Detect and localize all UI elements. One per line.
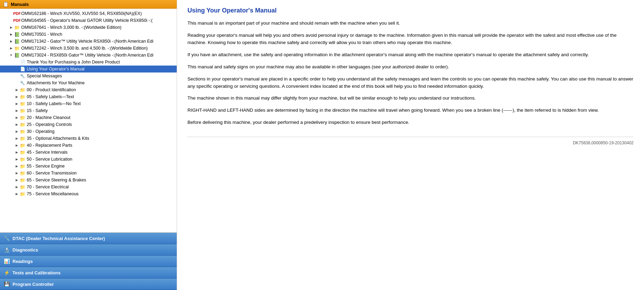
tree-item-special-messages[interactable]: 🔧Special Messages [0, 72, 177, 79]
tree-item-10-safety-labels[interactable]: ▶📁10 - Safety Labels—No Text [0, 100, 177, 107]
nav-icon-tests-calibrations: ⚡ [3, 270, 10, 276]
tree-item-40-replacement-parts[interactable]: ▶📁40 - Replacement Parts [0, 142, 177, 149]
tree-item-60-service-transmission[interactable]: ▶📁60 - Service Transmission [0, 170, 177, 177]
nav-label-diagnostics: Diagnostics [12, 247, 38, 253]
tree-item-label: 75 - Service Miscellaneous [27, 191, 78, 196]
expander-05-safety-labels-text[interactable]: ▶ [14, 94, 19, 100]
content-paragraph-1: Reading your operator's manual will help… [187, 32, 634, 46]
content-paragraph-5: The machine shown in this manual may dif… [187, 95, 634, 102]
tree-item-omm173024[interactable]: ▼📗OMM173024 - RSX850i Gator™ Utility Veh… [0, 52, 177, 59]
right-panel[interactable]: Using Your Operator's Manual This manual… [177, 0, 644, 290]
expander-60-service-transmission[interactable]: ▶ [14, 170, 19, 176]
tree-item-label: 55 - Service Engine [27, 164, 65, 169]
bottom-nav-item-tests-calibrations[interactable]: ⚡Tests and Calibrations [0, 267, 177, 279]
expander-75-service-miscellaneous[interactable]: ▶ [14, 191, 19, 197]
tree-item-label: 35 - Optional Attachments & Kits [27, 136, 89, 141]
content-footer: DK75838,0000850-19-20130402 [187, 137, 634, 145]
book-icon: 📗 [14, 53, 20, 58]
content-title: Using Your Operator's Manual [187, 7, 634, 14]
nav-label-dtac: DTAC (Dealer Technical Assistance Center… [12, 236, 105, 241]
book-icon: 📗 [14, 32, 20, 37]
expander-omm167641[interactable]: ▶ [8, 25, 14, 30]
tree-item-35-optional-attachments[interactable]: ▶📁35 - Optional Attachments & Kits [0, 135, 177, 142]
tree-item-label: Using Your Operator's Manual [27, 67, 84, 71]
tree-item-using-manual[interactable]: 📄Using Your Operator's Manual [0, 66, 177, 72]
expander-70-service-electrical[interactable]: ▶ [14, 184, 19, 190]
tree-item-omm164565[interactable]: PDFOMM164565 - Operator's Manual GATOR U… [0, 17, 177, 24]
tree-item-thank-you[interactable]: 📄Thank You for Purchasing a John Deere P… [0, 59, 177, 66]
tree-item-45-service-intervals[interactable]: ▶📁45 - Service Intervals [0, 149, 177, 156]
tree-item-70-service-electrical[interactable]: ▶📁70 - Service Electrical [0, 184, 177, 190]
content-paragraph-0: This manual is an important part of your… [187, 20, 634, 27]
content-paragraph-3: This manual and safety signs on your mac… [187, 63, 634, 71]
expander-25-operating-controls[interactable]: ▶ [14, 122, 19, 127]
tree-item-label: Attachments for Your Machine [27, 80, 85, 85]
expander-55-service-engine[interactable]: ▶ [14, 163, 19, 169]
bottom-nav-item-readings[interactable]: 📊Readings [0, 256, 177, 267]
bottom-nav-item-dtac[interactable]: 🔧DTAC (Dealer Technical Assistance Cente… [0, 233, 177, 244]
tree-item-75-service-miscellaneous[interactable]: ▶📁75 - Service Miscellaneous [0, 190, 177, 197]
nav-icon-program-controller: 💾 [3, 281, 10, 287]
folder-icon: 📁 [19, 185, 26, 189]
tree-item-label: 20 - Machine Cleanout [27, 115, 70, 120]
expander-special-messages[interactable] [14, 73, 19, 79]
tree-item-05-safety-labels-text[interactable]: ▶📁05 - Safety Labels—Text [0, 93, 177, 100]
expander-20-machine-cleanout[interactable]: ▶ [14, 115, 19, 120]
tree-item-label: OMM172242 - Winch 3,500 lb. and 4,500 lb… [21, 46, 148, 51]
expander-attachments[interactable] [14, 80, 19, 86]
expander-omm172242[interactable]: ▶ [8, 45, 14, 51]
tree-item-omm170501[interactable]: ▶📗OMM170501 - Winch [0, 31, 177, 38]
bottom-nav-item-diagnostics[interactable]: 🔬Diagnostics [0, 244, 177, 256]
expander-using-manual[interactable] [14, 66, 19, 72]
pdf-icon: PDF [14, 18, 20, 23]
expander-30-operating[interactable]: ▶ [14, 129, 19, 134]
tree-item-50-service-lubrication[interactable]: ▶📁50 - Service Lubrication [0, 156, 177, 163]
folder-icon: 📁 [19, 136, 26, 141]
main-layout: 📋 Manuals PDFOMM162186 - Winch XUV550, X… [0, 0, 644, 290]
tree-item-omm172242[interactable]: ▶📁OMM172242 - Winch 3,500 lb. and 4,500 … [0, 45, 177, 52]
folder-icon: 📁 [19, 101, 26, 106]
expander-00-product[interactable]: ▶ [14, 87, 19, 93]
content-paragraph-2: If you have an attachment, use the safet… [187, 51, 634, 59]
tree-item-label: OMM164565 - Operator's Manual GATOR Util… [21, 18, 152, 23]
expander-10-safety-labels[interactable]: ▶ [14, 101, 19, 106]
expander-omm171342[interactable]: ▶ [8, 39, 14, 44]
expander-thank-you[interactable] [14, 59, 19, 65]
pdf-icon: PDF [14, 11, 20, 16]
tree-item-omm162186[interactable]: PDFOMM162186 - Winch XUV550, XUV550 S4, … [0, 10, 177, 17]
tree-item-00-product[interactable]: ▶📁00 - Product Identification [0, 86, 177, 93]
folder-icon: 📁 [19, 87, 26, 92]
tree-item-attachments[interactable]: 🔧Attachments for Your Machine [0, 79, 177, 86]
nav-label-tests-calibrations: Tests and Calibrations [12, 270, 60, 275]
tree-item-label: 70 - Service Electrical [27, 185, 69, 189]
tree-item-label: 45 - Service Intervals [27, 150, 67, 155]
folder-icon: 📁 [19, 143, 26, 148]
tree-item-15-safety[interactable]: ▶📁15 - Safety [0, 107, 177, 114]
expander-15-safety[interactable]: ▶ [14, 108, 19, 113]
bottom-nav-item-program-controller[interactable]: 💾Program Controller [0, 279, 177, 290]
nav-icon-readings: 📊 [3, 258, 10, 264]
tree-item-65-service-steering[interactable]: ▶📁65 - Service Steering & Brakes [0, 177, 177, 184]
content-paragraph-6: RIGHT-HAND and LEFT-HAND sides are deter… [187, 107, 634, 114]
tree-item-omm171342[interactable]: ▶📗OMM171342 - Gator™ Utility Vehicle RSX… [0, 38, 177, 45]
tree-item-20-machine-cleanout[interactable]: ▶📁20 - Machine Cleanout [0, 114, 177, 121]
expander-omm173024[interactable]: ▼ [8, 52, 14, 58]
tree-item-label: 15 - Safety [27, 108, 48, 113]
folder-icon: 📁 [19, 178, 26, 182]
book-icon: 📗 [14, 39, 20, 44]
expander-50-service-lubrication[interactable]: ▶ [14, 156, 19, 162]
tree-area[interactable]: PDFOMM162186 - Winch XUV550, XUV550 S4, … [0, 9, 177, 232]
tree-item-25-operating-controls[interactable]: ▶📁25 - Operating Controls [0, 121, 177, 128]
tree-item-omm167641[interactable]: ▶📁OMM167641 - Winch 3,000 lb. -:(Worldwi… [0, 24, 177, 31]
expander-45-service-intervals[interactable]: ▶ [14, 150, 19, 155]
tree-item-55-service-engine[interactable]: ▶📁55 - Service Engine [0, 163, 177, 170]
expander-40-replacement-parts[interactable]: ▶ [14, 143, 19, 148]
folder-icon: 📁 [19, 191, 26, 196]
footer-code: DK75838,0000850-19-20130402 [573, 140, 634, 145]
expander-65-service-steering[interactable]: ▶ [14, 177, 19, 183]
expander-35-optional-attachments[interactable]: ▶ [14, 136, 19, 141]
tree-item-label: Thank You for Purchasing a John Deere Pr… [27, 60, 120, 65]
tree-item-30-operating[interactable]: ▶📁30 - Operating [0, 128, 177, 135]
panel-header-label: Manuals [11, 2, 29, 7]
expander-omm170501[interactable]: ▶ [8, 32, 14, 37]
